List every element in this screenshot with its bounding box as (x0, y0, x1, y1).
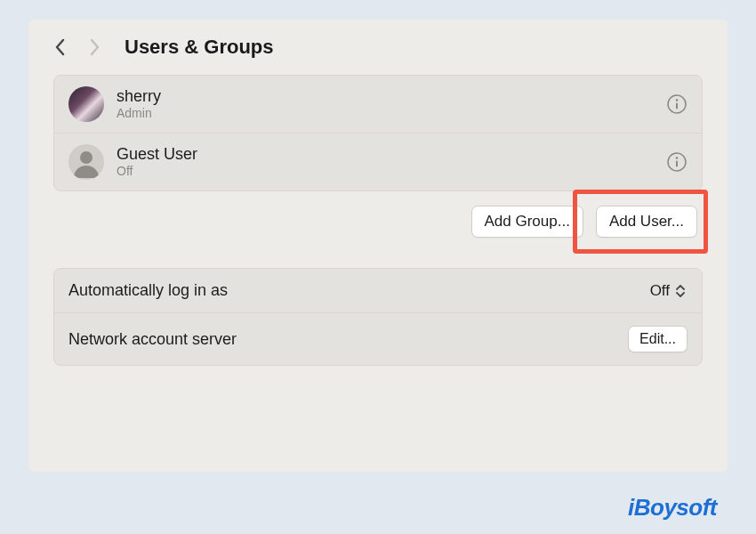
add-group-button[interactable]: Add Group... (471, 206, 583, 238)
user-role: Admin (117, 106, 654, 120)
auto-login-value: Off (650, 282, 670, 300)
settings-panel: Automatically log in as Off Network acco… (53, 268, 703, 366)
svg-point-1 (676, 99, 679, 101)
users-panel: sherry Admin Guest User Off (53, 75, 703, 191)
svg-point-5 (676, 157, 679, 159)
settings-window: Users & Groups sherry Admin (28, 20, 728, 472)
nav-arrows (53, 37, 101, 57)
user-name: sherry (117, 88, 654, 106)
network-server-label: Network account server (68, 330, 237, 349)
auto-login-row: Automatically log in as Off (54, 269, 702, 312)
actions-row: Add Group... Add User... (53, 206, 703, 238)
auto-login-select[interactable]: Off (650, 282, 688, 300)
user-name: Guest User (117, 146, 654, 164)
avatar (68, 86, 104, 122)
user-row[interactable]: Guest User Off (54, 133, 702, 190)
info-button[interactable] (666, 93, 688, 115)
network-server-row: Network account server Edit... (54, 312, 702, 365)
add-user-button[interactable]: Add User... (596, 206, 697, 238)
page-title: Users & Groups (125, 36, 274, 59)
avatar (68, 144, 104, 180)
user-row[interactable]: sherry Admin (54, 76, 702, 133)
forward-button[interactable] (89, 37, 101, 57)
person-icon (68, 144, 104, 180)
svg-rect-2 (676, 103, 678, 109)
auto-login-label: Automatically log in as (68, 281, 228, 300)
svg-point-3 (80, 151, 92, 164)
user-text: sherry Admin (117, 88, 654, 121)
up-down-icon (673, 285, 688, 297)
watermark: iBoysoft (628, 494, 717, 522)
header: Users & Groups (53, 36, 703, 59)
edit-button[interactable]: Edit... (628, 326, 688, 352)
user-text: Guest User Off (117, 146, 654, 179)
user-role: Off (117, 164, 654, 178)
chevron-left-icon (54, 38, 65, 56)
svg-rect-6 (676, 161, 678, 167)
info-icon (667, 94, 687, 114)
back-button[interactable] (53, 37, 66, 57)
info-icon (667, 152, 687, 172)
chevron-right-icon (90, 38, 101, 56)
info-button[interactable] (666, 151, 688, 173)
